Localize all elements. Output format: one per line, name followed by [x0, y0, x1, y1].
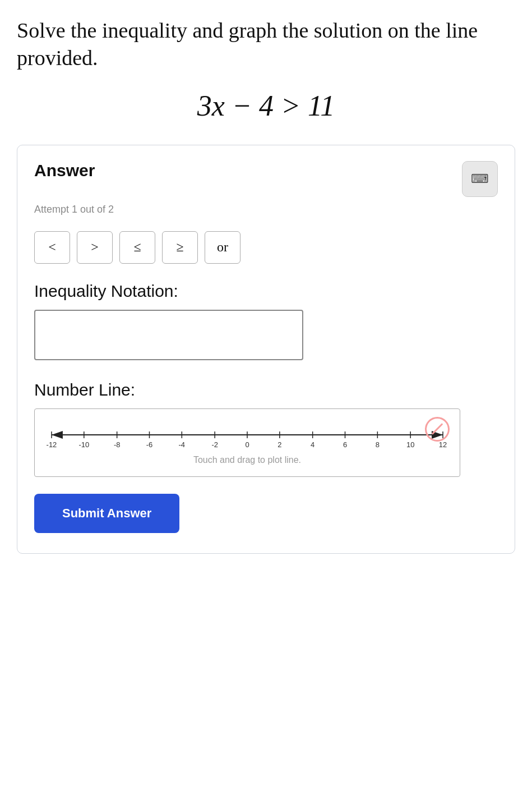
inequality-notation-input[interactable] [34, 310, 303, 360]
greater-than-equal-button[interactable]: ≥ [162, 231, 198, 264]
answer-section: Answer ⌨ Attempt 1 out of 2 < > ≤ ≥ or I… [17, 145, 515, 554]
svg-text:8: 8 [376, 440, 380, 449]
less-than-equal-button[interactable]: ≤ [119, 231, 155, 264]
svg-text:-6: -6 [146, 440, 153, 449]
greater-than-button[interactable]: > [77, 231, 113, 264]
symbol-buttons-row: < > ≤ ≥ or [34, 231, 498, 264]
svg-text:0: 0 [245, 440, 249, 449]
submit-answer-button[interactable]: Submit Answer [34, 494, 179, 533]
attempt-text: Attempt 1 out of 2 [34, 204, 498, 215]
keyboard-icon: ⌨ [471, 172, 489, 186]
equation-container: 3x − 4 > 11 [17, 89, 515, 122]
answer-header: Answer ⌨ [34, 161, 498, 197]
number-line-svg: -12 -10 -8 -6 -4 -2 0 2 4 6 8 10 12 [46, 418, 448, 452]
inequality-notation-label: Inequality Notation: [34, 282, 498, 301]
no-entry-line [432, 424, 443, 435]
svg-text:12: 12 [439, 440, 447, 449]
svg-text:-10: -10 [78, 440, 89, 449]
svg-text:2: 2 [277, 440, 281, 449]
number-line-container[interactable]: -12 -10 -8 -6 -4 -2 0 2 4 6 8 10 12 Touc… [34, 408, 460, 477]
svg-text:4: 4 [311, 440, 314, 449]
problem-title: Solve the inequality and graph the solut… [17, 17, 515, 72]
svg-text:-2: -2 [211, 440, 218, 449]
svg-text:10: 10 [406, 440, 414, 449]
no-entry-icon [425, 417, 450, 442]
svg-text:-12: -12 [47, 440, 57, 449]
keyboard-button[interactable]: ⌨ [462, 161, 498, 197]
equation-display: 3x − 4 > 11 [197, 90, 335, 122]
answer-label: Answer [34, 161, 95, 180]
number-line-label: Number Line: [34, 380, 498, 400]
svg-text:-8: -8 [114, 440, 121, 449]
svg-text:6: 6 [343, 440, 347, 449]
or-button[interactable]: or [205, 231, 240, 264]
drag-hint: Touch and drag to plot line. [46, 455, 448, 465]
less-than-button[interactable]: < [34, 231, 70, 264]
svg-text:-4: -4 [179, 440, 186, 449]
